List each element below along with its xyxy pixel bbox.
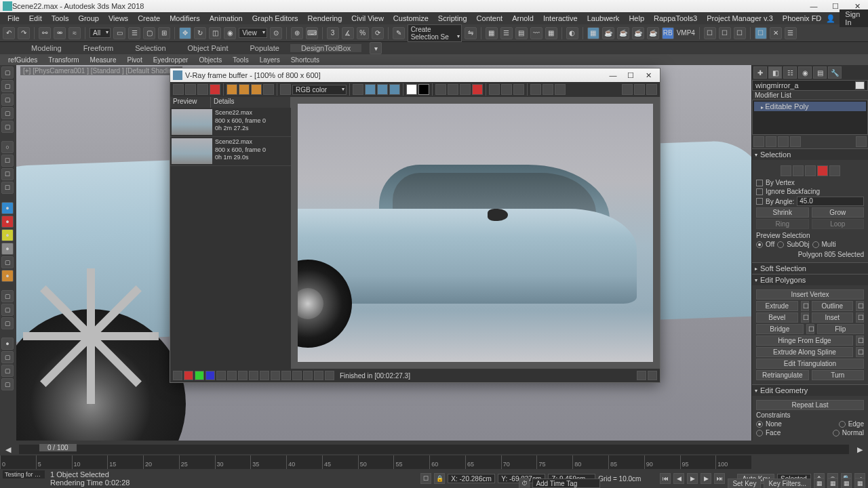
- vtool-15[interactable]: ●: [1, 270, 14, 282]
- angle-field[interactable]: 45.0: [797, 197, 864, 206]
- edit-tri-button[interactable]: Edit Triangulation: [756, 359, 864, 369]
- selection-filter-dropdown[interactable]: All: [90, 28, 111, 38]
- undo-button[interactable]: ↶: [3, 27, 15, 39]
- rb-button[interactable]: RB: [662, 27, 674, 39]
- time-head[interactable]: 0 / 100: [39, 444, 77, 451]
- vfb-load-button[interactable]: [185, 84, 196, 95]
- vfb-compare-button[interactable]: [448, 84, 458, 95]
- vtool-7[interactable]: ☐: [1, 155, 14, 167]
- subobj-border-button[interactable]: [805, 165, 816, 176]
- keyfilters-button[interactable]: Key Filters...: [764, 479, 811, 489]
- cp-tab-display[interactable]: ▤: [813, 66, 827, 79]
- tab-modeling[interactable]: Modeling: [20, 44, 73, 52]
- create-selection-dropdown[interactable]: Create Selection Se: [408, 24, 462, 42]
- menu-rappatools[interactable]: RappaTools3: [649, 14, 702, 22]
- subbar-tools[interactable]: Tools: [227, 56, 254, 64]
- tool-3[interactable]: ☐: [734, 27, 746, 39]
- vtool-1[interactable]: ▢: [1, 66, 14, 79]
- menu-civilview[interactable]: Civil View: [347, 14, 388, 22]
- grow-button[interactable]: Grow: [812, 207, 865, 218]
- rollout-selection-head[interactable]: ▾Selection: [752, 149, 868, 160]
- unlink-button[interactable]: ⚮: [54, 27, 66, 39]
- vtool-13[interactable]: ●: [1, 243, 14, 255]
- modifier-stack[interactable]: ▸ Editable Poly: [752, 100, 868, 135]
- tool-4[interactable]: ☐: [755, 27, 767, 39]
- bind-button[interactable]: ≈: [68, 27, 81, 39]
- stack-unique-button[interactable]: [778, 136, 789, 147]
- vfb-foot-5[interactable]: [216, 371, 226, 380]
- vtool-4[interactable]: ▢: [1, 107, 14, 119]
- hinge-settings[interactable]: ☐: [856, 336, 864, 346]
- vfb-copy-button[interactable]: [435, 84, 446, 95]
- vfb-render2-button[interactable]: [634, 84, 645, 95]
- subbar-measure[interactable]: Measure: [85, 56, 122, 64]
- placement-button[interactable]: ◉: [224, 27, 236, 39]
- vfb-save-button[interactable]: [173, 84, 184, 95]
- cp-tab-motion[interactable]: ◉: [798, 66, 812, 79]
- stack-show-end-button[interactable]: [766, 136, 776, 147]
- vfb-foot-11[interactable]: [281, 371, 291, 380]
- menu-customize[interactable]: Customize: [389, 14, 433, 22]
- nav-min-button[interactable]: ▦: [854, 478, 865, 488]
- subbar-eyedropper[interactable]: Eyedropper: [148, 56, 194, 64]
- extrude-settings[interactable]: ☐: [801, 301, 809, 311]
- constraint-edge-radio[interactable]: [839, 421, 846, 428]
- subbar-pivot[interactable]: Pivot: [121, 56, 147, 64]
- vfb-foot-15[interactable]: [325, 371, 334, 380]
- cp-tab-create[interactable]: ✚: [753, 66, 767, 79]
- extrude-spline-button[interactable]: Extrude Along Spline: [756, 347, 853, 357]
- vfb-stop-button[interactable]: [210, 84, 220, 95]
- vfb-foot-13[interactable]: [303, 371, 313, 380]
- bevel-button[interactable]: Bevel: [756, 312, 798, 323]
- vfb-fit-button[interactable]: [513, 84, 524, 95]
- hinge-button[interactable]: Hinge From Edge: [756, 336, 853, 346]
- nav-max-button[interactable]: ▦: [814, 478, 825, 488]
- cp-tab-modify[interactable]: ◧: [768, 66, 782, 79]
- edit-selection-button[interactable]: ✎: [393, 27, 405, 39]
- stack-remove-button[interactable]: [790, 136, 801, 147]
- object-color-swatch[interactable]: [855, 81, 865, 89]
- vfb-bb-button[interactable]: [418, 84, 429, 95]
- time-ruler[interactable]: 0510152025303540455055606570758085909510…: [0, 455, 751, 469]
- vfb-foot-10[interactable]: [271, 371, 280, 380]
- tool-1[interactable]: ☐: [704, 27, 716, 39]
- subbar-layers[interactable]: Layers: [254, 56, 285, 64]
- menu-projectmanager[interactable]: Project Manager v.3: [702, 14, 778, 22]
- preview-multi-radio[interactable]: [812, 241, 819, 248]
- vtool-3[interactable]: ▢: [1, 94, 14, 106]
- vfb-clear-button[interactable]: [197, 84, 208, 95]
- preview-subobj-radio[interactable]: [777, 241, 784, 248]
- scale-button[interactable]: ◫: [209, 27, 221, 39]
- bevel-settings[interactable]: ☐: [801, 312, 809, 323]
- stack-configure-button[interactable]: [856, 136, 867, 147]
- vfb-foot-4[interactable]: [205, 371, 215, 380]
- flip-button[interactable]: Flip: [817, 324, 865, 334]
- rollout-soft-selection-head[interactable]: ▸Soft Selection: [752, 263, 868, 274]
- pivot-center-button[interactable]: ⊙: [270, 27, 282, 39]
- vtool-12[interactable]: ●: [1, 229, 14, 241]
- vfb-pan-button[interactable]: [501, 84, 512, 95]
- vfb-channel-dropdown[interactable]: RGB color: [292, 85, 347, 95]
- vfb-wb-button[interactable]: [406, 84, 417, 95]
- vtool-16[interactable]: ▢: [1, 290, 14, 302]
- keyboard-shortcut-button[interactable]: ⌨: [306, 27, 318, 39]
- vfb-info-button[interactable]: [530, 84, 541, 95]
- render-iterative-button[interactable]: ☕: [632, 27, 644, 39]
- coord-system-dropdown[interactable]: View: [239, 28, 267, 38]
- vtool-5[interactable]: ▢: [1, 121, 14, 133]
- addtimetag-field[interactable]: Add Time Tag: [532, 479, 600, 488]
- render-activeshade-button[interactable]: ☕: [647, 27, 659, 39]
- tab-freeform[interactable]: Freeform: [73, 44, 125, 52]
- angle-snap-button[interactable]: ∡: [342, 27, 354, 39]
- by-vertex-checkbox[interactable]: [756, 180, 763, 186]
- move-button[interactable]: ✥: [179, 27, 191, 39]
- vfb-channel-b[interactable]: [251, 84, 262, 95]
- object-name-input[interactable]: [755, 81, 855, 89]
- vfb-foot-1[interactable]: [173, 371, 182, 380]
- menu-content[interactable]: Content: [472, 14, 508, 22]
- history-row-0[interactable]: Scene22.max 800 x 600, frame 0 0h 2m 27.…: [170, 108, 291, 137]
- vfb-test-button[interactable]: [389, 84, 400, 95]
- menu-laubwerk[interactable]: Laubwerk: [583, 14, 625, 22]
- curve-editor-button[interactable]: 〰: [530, 27, 542, 39]
- shrink-button[interactable]: Shrink: [756, 207, 809, 218]
